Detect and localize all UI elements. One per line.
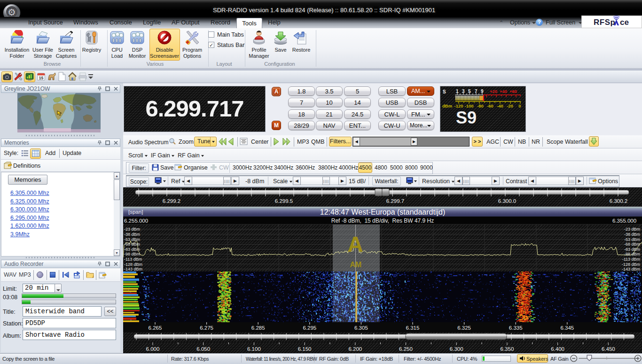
- svg-text:-83 dBm: -83 dBm: [124, 247, 140, 252]
- svg-text:6.050: 6.050: [196, 346, 210, 352]
- svg-text:6.299.2: 6.299.2: [163, 198, 180, 204]
- svg-text:6.285: 6.285: [251, 325, 265, 331]
- svg-text:6.300.0: 6.300.0: [498, 198, 516, 204]
- svg-text:-143 dBm: -143 dBm: [124, 267, 142, 271]
- svg-text:6.000: 6.000: [146, 346, 160, 352]
- svg-text:-128 dBm: -128 dBm: [124, 262, 142, 267]
- svg-text:-113 dBm: -113 dBm: [124, 257, 142, 262]
- svg-text:6.150: 6.150: [298, 346, 312, 352]
- svg-text:ce: ce: [620, 18, 629, 27]
- svg-text:6.350: 6.350: [501, 346, 514, 352]
- svg-text:S: S: [443, 89, 446, 94]
- svg-text:6.450: 6.450: [602, 346, 615, 352]
- svg-text:15: 15: [39, 76, 44, 80]
- svg-text:-68 dBm: -68 dBm: [124, 242, 140, 247]
- svg-text:-53 dBm: -53 dBm: [624, 237, 640, 242]
- svg-text:A: A: [347, 232, 363, 256]
- svg-text:-40: -40: [497, 103, 503, 108]
- svg-text:S9: S9: [456, 108, 477, 127]
- svg-text:-128 dBm: -128 dBm: [622, 262, 640, 267]
- svg-text:-23 dBm: -23 dBm: [124, 227, 140, 232]
- svg-text:0: 0: [518, 103, 521, 108]
- svg-text:6.265: 6.265: [149, 325, 162, 331]
- svg-text:⚙: ⚙: [8, 7, 16, 17]
- svg-text:+40: +40: [500, 89, 507, 94]
- svg-text:-53 dBm: -53 dBm: [124, 237, 140, 242]
- svg-text:-80: -80: [477, 103, 484, 108]
- svg-text:-68 dBm: -68 dBm: [624, 242, 640, 247]
- svg-text:-38 dBm: -38 dBm: [624, 232, 640, 237]
- svg-text:6.200: 6.200: [348, 346, 362, 352]
- svg-text:+60: +60: [509, 89, 517, 94]
- svg-text:-60: -60: [487, 103, 493, 108]
- svg-text:AM: AM: [350, 261, 362, 269]
- svg-text:6.100: 6.100: [247, 346, 261, 352]
- svg-text:6.325: 6.325: [457, 325, 471, 331]
- svg-text:6.400: 6.400: [551, 346, 564, 352]
- svg-text:6.300: 6.300: [450, 346, 463, 352]
- svg-text:6.335: 6.335: [509, 325, 523, 331]
- svg-text:6.299.5: 6.299.5: [275, 198, 293, 204]
- svg-text:-113 dBm: -113 dBm: [622, 257, 640, 262]
- svg-text:6.299.7: 6.299.7: [386, 198, 404, 204]
- svg-text:6.275: 6.275: [200, 325, 213, 331]
- svg-text:RFSp: RFSp: [594, 18, 615, 27]
- svg-text:-83 dBm: -83 dBm: [624, 247, 640, 252]
- svg-text:-98 dBm: -98 dBm: [124, 252, 140, 256]
- svg-text:6.300.2: 6.300.2: [610, 198, 627, 204]
- svg-text:6.315: 6.315: [406, 325, 420, 331]
- svg-text:-98 dBm: -98 dBm: [624, 252, 640, 256]
- svg-text:dBm: dBm: [442, 103, 452, 108]
- svg-text:6.345: 6.345: [560, 325, 574, 331]
- svg-text:6.250: 6.250: [399, 346, 413, 352]
- svg-text:-143 dBm: -143 dBm: [622, 267, 640, 271]
- svg-text:-38 dBm: -38 dBm: [124, 232, 140, 237]
- svg-text:-23 dBm: -23 dBm: [624, 227, 640, 232]
- svg-text:-20: -20: [507, 103, 513, 108]
- svg-text:+20: +20: [490, 89, 497, 94]
- svg-text:6.305: 6.305: [354, 325, 368, 331]
- svg-text:6.295: 6.295: [303, 325, 316, 331]
